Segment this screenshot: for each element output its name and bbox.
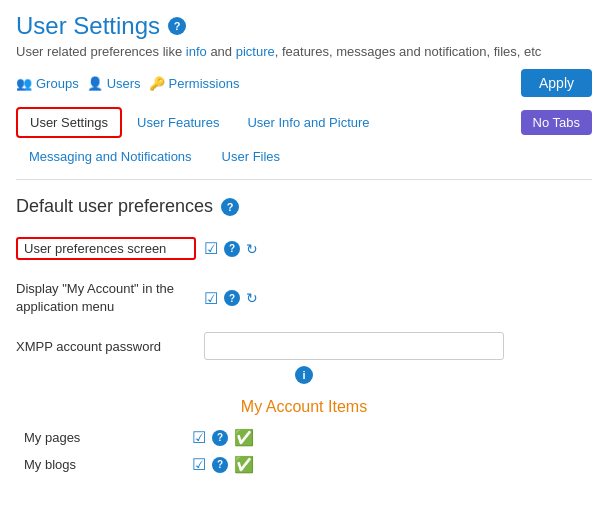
my-blogs-help-icon[interactable]: ? (212, 457, 228, 473)
nav-links: 👥 Groups 👤 Users 🔑 Permissions (16, 76, 239, 91)
section-title: Default user preferences ? (16, 196, 592, 217)
my-blogs-controls: ☑ ? ✅ (192, 455, 254, 474)
tab-user-settings[interactable]: User Settings (16, 107, 122, 138)
groups-label: Groups (36, 76, 79, 91)
my-blogs-label: My blogs (24, 457, 184, 472)
my-account-item-pages: My pages ☑ ? ✅ (16, 428, 592, 447)
page-title: User Settings ? (16, 12, 592, 40)
tab-user-features[interactable]: User Features (124, 108, 232, 137)
page-title-text: User Settings (16, 12, 160, 40)
pref-row-display-my-account: Display "My Account" in the application … (16, 276, 592, 320)
my-account-item-blogs: My blogs ☑ ? ✅ (16, 455, 592, 474)
my-account-title: My Account Items (16, 398, 592, 416)
subtitle-info-highlight: info (186, 44, 207, 59)
pref-controls-display-my-account: ☑ ? ↻ (204, 289, 258, 308)
page-subtitle: User related preferences like info and p… (16, 44, 592, 59)
pref-controls-user-pref-screen: ☑ ? ↻ (204, 239, 258, 258)
xmpp-row: XMPP account password (16, 332, 592, 360)
permissions-icon: 🔑 (149, 76, 165, 91)
tabs-row-1: User Settings User Features User Info an… (16, 107, 592, 138)
xmpp-input[interactable] (204, 332, 504, 360)
xmpp-info-icon[interactable]: i (295, 366, 313, 384)
groups-link[interactable]: 👥 Groups (16, 76, 79, 91)
subtitle-picture-highlight: picture (236, 44, 275, 59)
xmpp-label: XMPP account password (16, 339, 196, 354)
my-pages-green-check: ✅ (234, 428, 254, 447)
section-title-text: Default user preferences (16, 196, 213, 217)
no-tabs-button[interactable]: No Tabs (521, 110, 592, 135)
pref-label-display-my-account: Display "My Account" in the application … (16, 280, 196, 316)
my-blogs-green-check: ✅ (234, 455, 254, 474)
tab-user-info-picture[interactable]: User Info and Picture (234, 108, 382, 137)
permissions-label: Permissions (169, 76, 240, 91)
tab-messaging-notifications[interactable]: Messaging and Notifications (16, 142, 205, 171)
pref-reset-icon-user-pref-screen[interactable]: ↻ (246, 241, 258, 257)
page-wrapper: User Settings ? User related preferences… (0, 0, 608, 494)
groups-icon: 👥 (16, 76, 32, 91)
users-label: Users (107, 76, 141, 91)
section-divider (16, 179, 592, 180)
tab-user-files[interactable]: User Files (209, 142, 294, 171)
my-pages-checkbox[interactable]: ☑ (192, 428, 206, 447)
section-help-icon[interactable]: ? (221, 198, 239, 216)
pref-help-icon-display-my-account[interactable]: ? (224, 290, 240, 306)
users-link[interactable]: 👤 Users (87, 76, 141, 91)
tabs-row-2: Messaging and Notifications User Files (16, 142, 592, 171)
permissions-link[interactable]: 🔑 Permissions (149, 76, 240, 91)
my-pages-label: My pages (24, 430, 184, 445)
title-help-icon[interactable]: ? (168, 17, 186, 35)
users-icon: 👤 (87, 76, 103, 91)
top-bar: 👥 Groups 👤 Users 🔑 Permissions Apply (16, 69, 592, 97)
my-pages-help-icon[interactable]: ? (212, 430, 228, 446)
info-row: i (16, 366, 592, 384)
pref-checkbox-display-my-account[interactable]: ☑ (204, 289, 218, 308)
my-blogs-checkbox[interactable]: ☑ (192, 455, 206, 474)
pref-label-user-pref-screen: User preferences screen (16, 237, 196, 260)
apply-button[interactable]: Apply (521, 69, 592, 97)
pref-checkbox-user-pref-screen[interactable]: ☑ (204, 239, 218, 258)
my-pages-controls: ☑ ? ✅ (192, 428, 254, 447)
pref-row-user-pref-screen: User preferences screen ☑ ? ↻ (16, 233, 592, 264)
pref-help-icon-user-pref-screen[interactable]: ? (224, 241, 240, 257)
pref-reset-icon-display-my-account[interactable]: ↻ (246, 290, 258, 306)
